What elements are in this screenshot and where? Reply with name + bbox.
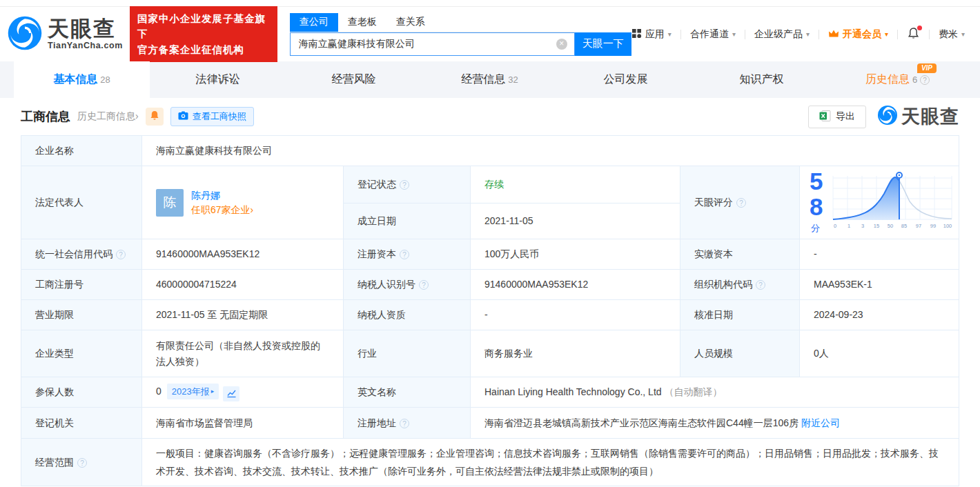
logo-title: 天眼查 — [48, 18, 123, 41]
staff-size-value: 0人 — [800, 330, 959, 377]
view-business-snapshot-button[interactable]: 查看工商快照 — [170, 107, 254, 126]
reg-status-value: 存续 — [471, 166, 680, 203]
field-label: 天眼评分? — [680, 166, 800, 239]
help-icon[interactable]: ? — [77, 458, 87, 468]
table-row: 登记机关 海南省市场监督管理局 注册地址? 海南省澄迈县老城镇高新技术产业示范区… — [21, 408, 959, 439]
field-label: 法定代表人 — [21, 166, 142, 239]
badge-line2: 官方备案企业征信机构 — [137, 42, 270, 57]
field-label: 企业名称 — [21, 136, 142, 166]
field-label: 登记状态? — [344, 166, 471, 203]
org-code-value: MAA953EK-1 — [800, 270, 959, 300]
search-tab-company[interactable]: 查公司 — [290, 13, 338, 32]
field-label: 登记机关 — [21, 408, 142, 439]
tab-history-info[interactable]: VIP 历史信息6 ? — [830, 61, 966, 98]
taxpayer-quality-value: - — [471, 300, 680, 330]
nav-open-vip[interactable]: 开通会员▾ — [828, 28, 888, 41]
business-info-table: 企业名称 海南立赢健康科技有限公司 法定代表人 陈 陈丹娜 任职67家企业› 登… — [0, 135, 980, 486]
svg-text:85: 85 — [901, 223, 907, 229]
legal-rep-avatar[interactable]: 陈 — [156, 189, 184, 217]
help-icon[interactable]: ? — [400, 180, 409, 190]
field-label: 工商注册号 — [21, 270, 142, 300]
search-button[interactable]: 天眼一下 — [575, 32, 631, 56]
username: 费米 — [939, 28, 958, 41]
svg-text:0: 0 — [834, 223, 836, 229]
site-logo[interactable]: 天眼查 TianYanCha.com — [7, 15, 123, 54]
svg-text:97: 97 — [916, 223, 921, 229]
nav-user-menu[interactable]: 费米▾ — [939, 28, 965, 41]
nav-divider — [897, 30, 898, 39]
notifications-bell-icon[interactable] — [907, 27, 920, 42]
crown-icon — [828, 29, 839, 40]
monitor-bell-button[interactable] — [146, 108, 164, 126]
help-icon[interactable]: ? — [419, 280, 429, 290]
table-row: 法定代表人 陈 陈丹娜 任职67家企业› 登记状态? 存续 天眼评分? 58分 — [21, 166, 959, 203]
field-label: 组织机构代码? — [680, 270, 800, 300]
est-date-value: 2021-11-05 — [471, 203, 680, 239]
export-button[interactable]: 导出 — [808, 106, 866, 128]
annual-report-tag[interactable]: 2023年报▸ — [167, 384, 219, 399]
tianyancha-swirl-icon — [877, 105, 898, 128]
table-row: 参保人数 02023年报▸ 英文名称 Hainan Liying Health … — [21, 377, 959, 408]
history-business-info-link[interactable]: 历史工商信息› — [77, 110, 139, 123]
help-icon[interactable]: ? — [920, 75, 930, 85]
score-distribution-chart: 0 1 3 15 50 85 97 99 100 — [831, 170, 954, 235]
legal-rep-name-link[interactable]: 陈丹娜 — [191, 188, 253, 203]
company-type-value: 有限责任公司（非自然人投资或控股的法人独资） — [142, 330, 344, 377]
search-input[interactable]: 海南立赢健康科技有限公司 × — [290, 32, 575, 56]
nav-divider — [680, 30, 681, 39]
apps-grid-icon — [631, 28, 642, 41]
tab-operational-risk[interactable]: 经营风险 — [286, 61, 422, 98]
business-scope-value: 一般项目：健康咨询服务（不含诊疗服务）；远程健康管理服务；企业管理咨询；信息技术… — [142, 439, 959, 486]
tab-company-development[interactable]: 公司发展 — [558, 61, 694, 98]
field-label: 注册资本? — [344, 239, 471, 270]
header-nav: 应用▾ 合作通道▾ 企业级产品▾ 开通会员▾ 费米▾ — [631, 27, 965, 42]
camera-icon — [178, 111, 188, 122]
tab-legal-proceedings[interactable]: 法律诉讼 — [150, 61, 286, 98]
chevron-down-icon: ▾ — [732, 30, 736, 38]
table-row: 经营范围? 一般项目：健康咨询服务（不含诊疗服务）；远程健康管理服务；企业管理咨… — [21, 439, 959, 486]
excel-icon — [819, 110, 831, 123]
tianyan-score-cell: 58分 — [800, 166, 959, 239]
search-tab-boss[interactable]: 查老板 — [338, 13, 386, 32]
field-label: 企业类型 — [21, 330, 142, 377]
svg-text:1: 1 — [847, 223, 850, 229]
chevron-right-icon: › — [135, 110, 139, 121]
table-row: 工商注册号 460000004715224 纳税人识别号? 91460000MA… — [21, 270, 959, 300]
tab-basic-info[interactable]: 基本信息28 — [14, 61, 150, 98]
nav-enterprise-products[interactable]: 企业级产品▾ — [754, 28, 810, 41]
score-value: 58 — [810, 168, 823, 220]
svg-text:50: 50 — [888, 223, 893, 229]
legal-rep-positions-link[interactable]: 任职67家企业› — [191, 203, 253, 217]
reg-capital-value: 100万人民币 — [471, 239, 680, 270]
svg-text:15: 15 — [874, 223, 879, 229]
badge-line1: 国家中小企业发展子基金旗下 — [137, 11, 270, 42]
reg-number-value: 460000004715224 — [142, 270, 344, 300]
nearby-companies-link[interactable]: 附近公司 — [801, 417, 840, 428]
insured-count-value: 0 — [156, 386, 161, 397]
bell-icon — [150, 110, 159, 123]
help-icon[interactable]: ? — [756, 280, 765, 290]
help-icon[interactable]: ? — [116, 250, 126, 259]
chevron-down-icon: ▾ — [961, 30, 965, 38]
tianyancha-watermark: 天眼查 — [877, 104, 959, 129]
tianyancha-swirl-icon — [7, 15, 43, 54]
tab-business-info[interactable]: 经营信息32 — [422, 61, 558, 98]
chevron-down-icon: ▾ — [806, 30, 810, 38]
search-tab-relation[interactable]: 查关系 — [386, 13, 435, 32]
help-icon[interactable]: ? — [400, 250, 409, 259]
help-icon[interactable]: ? — [736, 198, 746, 208]
help-icon[interactable]: ? — [400, 419, 409, 428]
tab-intellectual-property[interactable]: 知识产权 — [694, 61, 830, 98]
trend-chart-icon[interactable] — [223, 386, 239, 401]
chevron-down-icon: ▾ — [668, 30, 672, 38]
nav-partner-channel[interactable]: 合作通道▾ — [690, 28, 736, 41]
clear-search-icon[interactable]: × — [556, 39, 567, 50]
legal-rep-cell: 陈 陈丹娜 任职67家企业› — [142, 166, 344, 239]
table-row: 统一社会信用代码? 91460000MAA953EK12 注册资本? 100万人… — [21, 239, 959, 270]
business-term-value: 2021-11-05 至 无固定期限 — [142, 300, 344, 330]
notification-dot — [917, 26, 922, 30]
certification-badge: 国家中小企业发展子基金旗下 官方备案企业征信机构 — [130, 6, 277, 62]
table-row: 企业名称 海南立赢健康科技有限公司 — [21, 136, 959, 166]
business-info-section-bar: 工商信息 历史工商信息› 查看工商快照 导出 — [0, 98, 980, 135]
nav-apps[interactable]: 应用▾ — [631, 28, 672, 41]
